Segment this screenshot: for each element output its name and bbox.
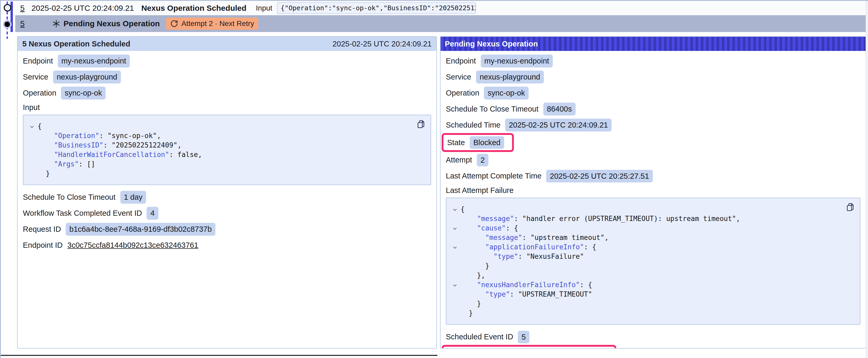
code-line: "cause": {	[449, 223, 841, 233]
event-id-link[interactable]: 5	[20, 4, 25, 12]
field-value-chip: nexus-playground	[53, 71, 121, 83]
chevron-down-icon[interactable]	[449, 204, 461, 214]
last-attempt-failure-label: Last Attempt Failure	[446, 184, 860, 197]
field-service: Service nexus-playground	[446, 69, 860, 85]
field-blocked-reason: Blocked Reason The circuit breaker is op…	[446, 345, 860, 349]
field-label: Operation	[23, 89, 56, 97]
input-json-preview-chip: {"Operation":"sync-op-ok","BusinessID":"…	[277, 2, 476, 14]
field-label: Workflow Task Completed Event ID	[23, 209, 142, 218]
code-gutter	[449, 261, 461, 270]
code-gutter	[26, 131, 37, 140]
code-text: }	[37, 169, 50, 178]
field-label: Endpoint ID	[23, 241, 63, 250]
code-text: "nexusHandlerFailureInfo": {	[461, 280, 592, 290]
code-text: }	[461, 261, 490, 270]
retry-badge-label: Attempt 2 · Next Retry	[181, 20, 254, 28]
chevron-down-icon[interactable]	[449, 223, 461, 233]
code-gutter	[449, 270, 461, 280]
code-text: "type": "NexusFailure"	[461, 252, 584, 261]
field-label: Endpoint	[446, 57, 476, 65]
field-value-chip: sync-op-ok	[484, 87, 529, 99]
field-label: Schedule To Close Timeout	[23, 193, 116, 202]
event-timestamp: 2025-02-25 UTC 20:24:09.21	[32, 4, 134, 12]
field-label: Attempt	[446, 156, 472, 164]
code-text: }	[461, 299, 481, 308]
field-value-chip: nexus-playground	[476, 71, 544, 83]
field-schedule-to-close-timeout: Schedule To Close Timeout 1 day	[23, 189, 431, 205]
field-operation: Operation sync-op-ok	[446, 85, 860, 101]
event-row-pending[interactable]: 5 Pending Nexus Operation Attempt 2 · Ne…	[15, 15, 866, 32]
field-label: Service	[446, 73, 471, 82]
code-text: "Operation": "sync-op-ok",	[37, 131, 161, 140]
code-gutter	[26, 169, 37, 178]
code-gutter	[449, 308, 461, 318]
code-text: {	[37, 122, 42, 131]
field-label: Last Attempt Complete Time	[446, 172, 541, 180]
field-label: Schedule To Close Timeout	[446, 105, 538, 113]
code-text: "BusinessID": "20250225122409",	[37, 140, 182, 150]
copy-button[interactable]	[415, 118, 427, 131]
code-line: }	[26, 169, 412, 178]
event-title: Pending Nexus Operation	[64, 19, 160, 28]
chevron-down-icon[interactable]	[449, 242, 461, 252]
event-title: Nexus Operation Scheduled	[141, 4, 246, 12]
field-state: State Blocked	[446, 133, 860, 152]
chevron-down-icon[interactable]	[449, 280, 461, 290]
field-scheduled-time: Scheduled Time 2025-02-25 UTC 20:24:09.2…	[446, 117, 860, 133]
code-line: }	[449, 261, 841, 270]
code-line: "HandlerWaitForCancellation": false,	[26, 150, 412, 159]
field-service: Service nexus-playground	[23, 69, 431, 85]
field-label: Service	[23, 73, 48, 82]
field-endpoint-id: Endpoint ID 3c0c75ccfa8144b092c13ce63246…	[23, 237, 431, 253]
field-value-chip: 5	[518, 331, 529, 343]
event-row-scheduled[interactable]: 5 2025-02-25 UTC 20:24:09.21 Nexus Opera…	[15, 1, 866, 15]
code-line: "type": "UPSTREAM_TIMEOUT"	[449, 290, 841, 299]
field-value-chip: my-nexus-endpoint	[481, 55, 553, 67]
code-line: {	[26, 122, 412, 131]
asterisk-icon	[52, 20, 60, 28]
field-label: Scheduled Event ID	[446, 332, 513, 341]
code-text: "Args": []	[37, 159, 95, 169]
code-gutter	[449, 290, 461, 299]
code-line: }	[449, 308, 841, 318]
copy-icon	[846, 202, 855, 212]
input-section-label: Input	[23, 101, 431, 113]
code-gutter	[449, 214, 461, 223]
field-value-chip: 2025-02-25 UTC 20:24:09.21	[505, 119, 612, 131]
code-line: "BusinessID": "20250225122409",	[26, 140, 412, 150]
field-label: State	[447, 138, 465, 147]
retry-icon	[170, 20, 178, 28]
endpoint-id-link[interactable]: 3c0c75ccfa8144b092c13ce632463761	[67, 241, 198, 250]
field-label: Operation	[446, 89, 479, 97]
field-attempt: Attempt 2	[446, 152, 860, 168]
code-line: "Operation": "sync-op-ok",	[26, 131, 412, 140]
field-value-chip: 86400s	[543, 103, 576, 115]
field-label: Endpoint	[23, 57, 53, 65]
field-endpoint: Endpoint my-nexus-endpoint	[23, 53, 431, 69]
code-line: "message": "handler error (UPSTREAM_TIME…	[449, 214, 841, 223]
code-gutter	[449, 299, 461, 308]
code-gutter	[449, 233, 461, 242]
scheduled-panel-header: 5 Nexus Operation Scheduled 2025-02-25 U…	[18, 37, 436, 51]
code-text: "applicationFailureInfo": {	[461, 242, 596, 252]
input-inline-label: Input	[256, 4, 272, 12]
code-line: "type": "NexusFailure"	[449, 252, 841, 261]
code-gutter	[26, 140, 37, 150]
code-line: "message": "upstream timeout",	[449, 233, 841, 242]
copy-button[interactable]	[845, 201, 856, 214]
event-id-link[interactable]: 5	[20, 19, 25, 28]
scheduled-panel-body: Endpoint my-nexus-endpoint Service nexus…	[18, 51, 436, 253]
field-value-chip: 2025-02-25 UTC 20:25:27.51	[546, 170, 653, 183]
field-label: Scheduled Time	[446, 121, 500, 129]
event-open-circle-icon	[4, 4, 11, 11]
scrollbar[interactable]	[866, 1, 868, 358]
copy-icon	[416, 120, 426, 129]
field-value-chip: my-nexus-endpoint	[58, 55, 130, 67]
code-text: "message": "upstream timeout",	[461, 233, 609, 242]
field-schedule-to-close-timeout: Schedule To Close Timeout 86400s	[446, 101, 860, 117]
code-gutter	[449, 252, 461, 261]
input-json-viewer: { "Operation": "sync-op-ok", "BusinessID…	[23, 115, 431, 185]
input-json-code: { "Operation": "sync-op-ok", "BusinessID…	[26, 122, 412, 178]
chevron-down-icon[interactable]	[26, 122, 37, 131]
code-line: },	[449, 270, 841, 280]
